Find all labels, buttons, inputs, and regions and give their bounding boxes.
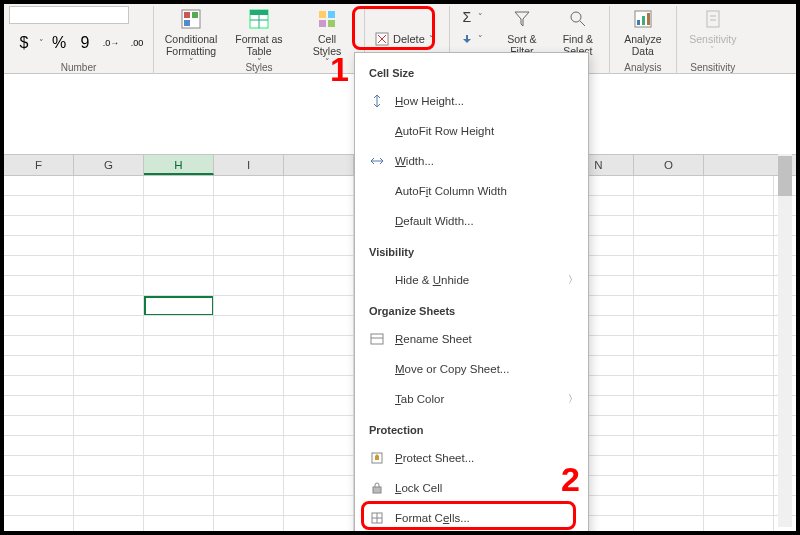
svg-rect-22 xyxy=(642,16,645,25)
dd-section-visibility: Visibility xyxy=(355,236,588,265)
percent-button[interactable]: % xyxy=(48,34,70,52)
svg-rect-21 xyxy=(637,20,640,25)
column-header[interactable]: H xyxy=(144,155,214,175)
svg-rect-2 xyxy=(192,12,198,18)
chevron-right-icon: 〉 xyxy=(568,392,578,406)
col-width-icon xyxy=(369,153,385,169)
number-format-box[interactable] xyxy=(9,6,129,24)
conditional-formatting-button[interactable]: Conditional Formatting˅ xyxy=(160,6,222,67)
group-label-analysis: Analysis xyxy=(624,62,661,74)
dd-rename-sheet[interactable]: Rename Sheet xyxy=(355,324,588,354)
callout-number-2: 2 xyxy=(561,460,580,499)
svg-rect-29 xyxy=(371,334,383,344)
dd-section-organize: Organize Sheets xyxy=(355,295,588,324)
dd-tab-color[interactable]: Tab Color〉 xyxy=(355,384,588,414)
svg-rect-9 xyxy=(328,11,335,18)
sensitivity-icon xyxy=(700,6,726,32)
group-label-number: Number xyxy=(61,62,97,74)
dd-column-width[interactable]: Width... xyxy=(355,146,588,176)
scroll-thumb[interactable] xyxy=(778,156,792,196)
comma-style-button[interactable]: 9 xyxy=(74,34,96,52)
svg-rect-3 xyxy=(184,20,190,26)
chevron-right-icon: 〉 xyxy=(568,273,578,287)
row-height-icon xyxy=(369,93,385,109)
svg-rect-11 xyxy=(328,20,335,27)
increase-decimal-button[interactable]: .0→ xyxy=(100,34,122,52)
dd-section-protection: Protection xyxy=(355,414,588,443)
dd-format-cells[interactable]: Format Cells... xyxy=(355,503,588,533)
svg-point-18 xyxy=(571,12,581,22)
svg-line-19 xyxy=(580,21,585,26)
group-number: $ ˅ % 9 .0→ .00 Number xyxy=(4,6,154,74)
sort-filter-icon xyxy=(509,6,535,32)
group-sensitivity: Sensitivity˅ Sensitivity xyxy=(677,6,749,74)
fill-icon xyxy=(460,32,474,46)
group-analysis: Analyze Data Analysis xyxy=(610,6,677,74)
vertical-scrollbar[interactable] xyxy=(778,154,792,527)
dd-move-copy[interactable]: Move or Copy Sheet... xyxy=(355,354,588,384)
callout-number-1: 1 xyxy=(330,50,349,89)
svg-rect-24 xyxy=(707,11,719,27)
delete-button[interactable]: Delete˅ xyxy=(371,28,443,50)
group-label-styles: Styles xyxy=(245,62,272,74)
sum-button[interactable]: Σ˅ xyxy=(456,6,487,28)
dd-autofit-col[interactable]: AutoFit Column Width xyxy=(355,176,588,206)
svg-rect-32 xyxy=(373,487,381,493)
analyze-data-button[interactable]: Analyze Data xyxy=(616,6,670,57)
find-icon xyxy=(565,6,591,32)
dd-lock-cell[interactable]: Lock Cell xyxy=(355,473,588,503)
rename-sheet-icon xyxy=(369,331,385,347)
dd-autofit-row[interactable]: AutoFit Row Height xyxy=(355,116,588,146)
group-label-sensitivity: Sensitivity xyxy=(690,62,735,74)
sigma-icon: Σ xyxy=(460,10,474,24)
protect-sheet-icon xyxy=(369,450,385,466)
sensitivity-button: Sensitivity˅ xyxy=(683,6,743,55)
svg-rect-1 xyxy=(184,12,190,18)
dd-default-width[interactable]: Default Width... xyxy=(355,206,588,236)
column-header[interactable]: F xyxy=(4,155,74,175)
decrease-decimal-button[interactable]: .00 xyxy=(126,34,148,52)
delete-icon xyxy=(375,32,389,46)
format-dropdown: Cell Size How Height... AutoFit Row Heig… xyxy=(354,52,589,535)
dd-section-cellsize: Cell Size xyxy=(355,57,588,86)
conditional-formatting-icon xyxy=(178,6,204,32)
column-header[interactable]: G xyxy=(74,155,144,175)
format-as-table-button[interactable]: Format as Table˅ xyxy=(228,6,290,67)
format-cells-icon xyxy=(369,510,385,526)
analyze-data-icon xyxy=(630,6,656,32)
svg-rect-8 xyxy=(319,11,326,18)
cell-styles-icon xyxy=(314,6,340,32)
dd-protect-sheet[interactable]: Protect Sheet... xyxy=(355,443,588,473)
column-header[interactable] xyxy=(284,155,354,175)
format-as-table-icon xyxy=(246,6,272,32)
column-header[interactable]: O xyxy=(634,155,704,175)
column-header[interactable]: I xyxy=(214,155,284,175)
svg-rect-10 xyxy=(319,20,326,27)
currency-button[interactable]: $ xyxy=(13,34,35,52)
svg-rect-5 xyxy=(250,10,268,15)
dd-hide-unhide[interactable]: Hide & Unhide〉 xyxy=(355,265,588,295)
lock-icon xyxy=(369,480,385,496)
fill-button[interactable]: ˅ xyxy=(456,28,487,50)
svg-rect-23 xyxy=(647,13,650,25)
dd-row-height[interactable]: How Height... xyxy=(355,86,588,116)
